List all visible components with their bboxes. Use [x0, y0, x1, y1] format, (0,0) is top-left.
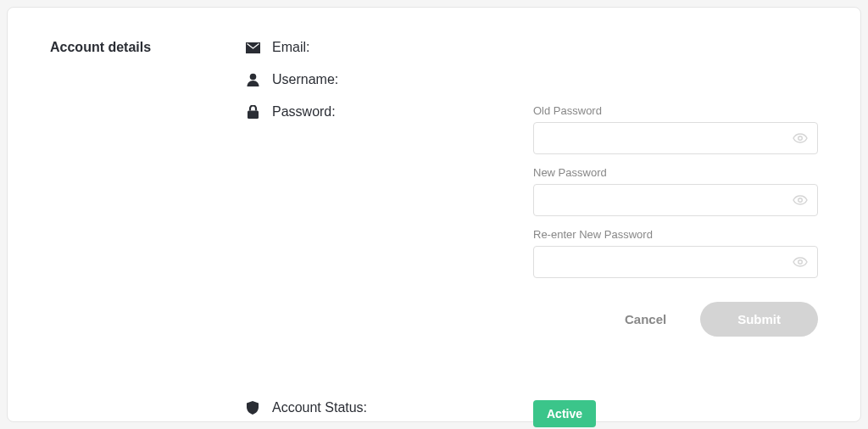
password-label: Password:	[272, 104, 336, 120]
shield-icon	[245, 400, 260, 415]
reenter-password-input[interactable]	[533, 246, 818, 278]
reenter-password-label: Re-enter New Password	[533, 228, 818, 241]
eye-icon[interactable]	[791, 129, 810, 148]
user-icon	[245, 72, 260, 87]
username-row: Username:	[245, 72, 818, 87]
submit-button[interactable]: Submit	[700, 302, 818, 337]
section-title: Account details	[50, 40, 245, 427]
svg-point-3	[798, 136, 803, 141]
password-row: Password: Old Password New Password	[245, 104, 818, 337]
svg-rect-2	[248, 111, 259, 120]
email-icon	[245, 40, 260, 55]
account-details-card: Account details Email: Username:	[7, 7, 861, 422]
lock-icon	[245, 104, 260, 120]
account-status-row: Account Status: Active	[245, 354, 818, 427]
email-label: Email:	[272, 40, 309, 55]
username-label: Username:	[272, 72, 338, 87]
email-row: Email:	[245, 40, 818, 55]
eye-icon[interactable]	[791, 253, 810, 271]
svg-point-4	[798, 198, 803, 203]
old-password-label: Old Password	[533, 104, 818, 117]
new-password-label: New Password	[533, 166, 818, 179]
cancel-button[interactable]: Cancel	[608, 304, 683, 335]
eye-icon[interactable]	[791, 191, 810, 209]
svg-point-1	[249, 74, 256, 81]
new-password-input[interactable]	[533, 184, 818, 216]
svg-point-5	[798, 260, 803, 265]
old-password-input[interactable]	[533, 122, 818, 154]
account-status-label: Account Status:	[272, 400, 367, 415]
status-badge: Active	[533, 400, 596, 427]
